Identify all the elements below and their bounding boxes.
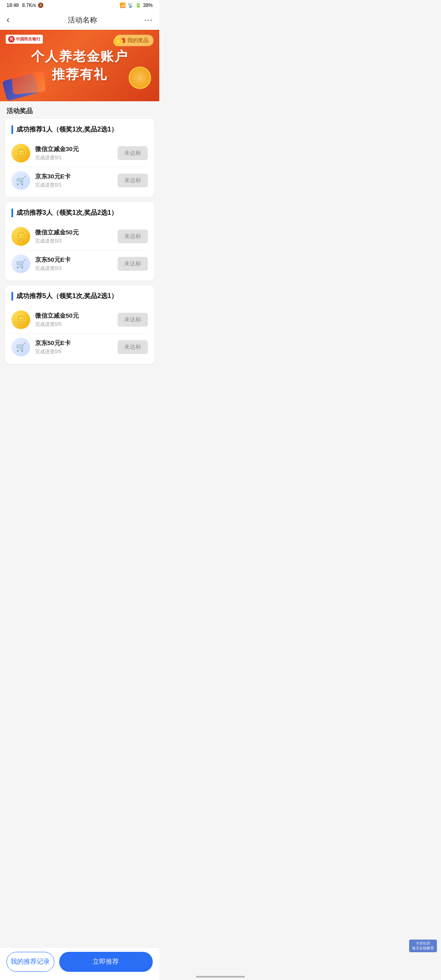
coin-icon: 🪙 — [11, 144, 30, 163]
prize-name-prize1: 微信立减金30元 — [35, 145, 118, 153]
banner-card-deco2 — [11, 71, 46, 95]
status-right: 📶 📡 🔋 38% — [120, 2, 153, 8]
prize-info-prize6: 京东50元E卡完成进度0/5 — [35, 339, 118, 355]
prize-info-prize4: 京东50元E卡完成进度0/3 — [35, 256, 118, 272]
prize-item-prize2: 🛒京东30元E卡完成进度0/1未达标 — [11, 167, 148, 194]
prize-name-prize3: 微信立减金50元 — [35, 229, 118, 236]
prize-item-prize3: 🪙微信立减金50元完成进度0/3未达标 — [11, 223, 148, 250]
coin-icon: 🪙 — [11, 227, 30, 246]
prize-progress-prize3: 完成进度0/3 — [35, 238, 118, 245]
status-left: 18:48 8.7K/s 🔕 — [7, 2, 44, 8]
main-content: 活动奖品 成功推荐1人（领奖1次,奖品2选1）🪙微信立减金30元完成进度0/1未… — [0, 101, 159, 405]
prize-name-prize6: 京东50元E卡 — [35, 339, 118, 347]
prize-progress-prize5: 完成进度0/5 — [35, 321, 118, 328]
more-button[interactable]: ··· — [144, 15, 153, 25]
reward-btn-label: 我的奖品 — [127, 37, 149, 44]
prize-progress-prize4: 完成进度0/3 — [35, 265, 118, 272]
prize-name-prize5: 微信立减金50元 — [35, 312, 118, 320]
prize-group-title-1: 成功推荐1人（领奖1次,奖品2选1） — [11, 125, 148, 134]
prize-card-3: 成功推荐5人（领奖1次,奖品2选1）🪙微信立减金50元完成进度0/5未达标🛒京东… — [5, 285, 154, 364]
wifi-icon: 📡 — [127, 2, 134, 8]
status-network: 8.7K/s — [22, 2, 36, 8]
coin-icon: 🪙 — [11, 310, 30, 329]
prize-info-prize1: 微信立减金30元完成进度0/1 — [35, 145, 118, 161]
status-time: 18:48 — [7, 2, 19, 8]
prize-name-prize4: 京东50元E卡 — [35, 256, 118, 264]
prize-btn-prize4[interactable]: 未达标 — [118, 257, 148, 271]
prize-progress-prize2: 完成进度0/1 — [35, 182, 118, 189]
bank-logo: 民 中国民生银行 — [6, 35, 43, 44]
mute-icon: 🔕 — [38, 2, 44, 8]
prize-btn-prize6[interactable]: 未达标 — [118, 340, 148, 354]
prize-btn-prize1[interactable]: 未达标 — [118, 146, 148, 160]
prize-btn-prize3[interactable]: 未达标 — [118, 229, 148, 243]
prize-item-prize1: 🪙微信立减金30元完成进度0/1未达标 — [11, 140, 148, 167]
banner-coin-deco1 — [114, 37, 122, 46]
prize-card-2: 成功推荐3人（领奖1次,奖品2选1）🪙微信立减金50元完成进度0/3未达标🛒京东… — [5, 202, 154, 281]
status-bar: 18:48 8.7K/s 🔕 📶 📡 🔋 38% — [0, 0, 159, 11]
prize-group-title-3: 成功推荐5人（领奖1次,奖品2选1） — [11, 292, 148, 301]
prize-item-prize6: 🛒京东50元E卡完成进度0/5未达标 — [11, 334, 148, 361]
prize-card-1: 成功推荐1人（领奖1次,奖品2选1）🪙微信立减金30元完成进度0/1未达标🛒京东… — [5, 119, 154, 197]
prize-progress-prize1: 完成进度0/1 — [35, 154, 118, 161]
nav-bar: ‹ 活动名称 ··· — [0, 11, 159, 30]
bank-logo-text: 中国民生银行 — [16, 36, 40, 42]
cart-icon: 🛒 — [11, 171, 30, 190]
bank-logo-icon: 民 — [8, 36, 15, 42]
banner: 民 中国民生银行 🎁 我的奖品 个人养老金账户 推荐有礼 — [0, 30, 159, 101]
section-header: 活动奖品 — [0, 101, 159, 119]
battery-icon: 🔋 — [135, 2, 141, 8]
prize-info-prize2: 京东30元E卡完成进度0/1 — [35, 173, 118, 189]
prize-info-prize5: 微信立减金50元完成进度0/5 — [35, 312, 118, 328]
banner-line1: 个人养老金账户 — [31, 48, 128, 66]
prize-name-prize2: 京东30元E卡 — [35, 173, 118, 180]
battery-level: 38% — [143, 2, 153, 8]
cart-icon: 🛒 — [11, 338, 30, 356]
prize-group-title-2: 成功推荐3人（领奖1次,奖品2选1） — [11, 209, 148, 217]
prize-groups-container: 成功推荐1人（领奖1次,奖品2选1）🪙微信立减金30元完成进度0/1未达标🛒京东… — [0, 119, 159, 364]
prize-btn-prize2[interactable]: 未达标 — [118, 174, 148, 187]
back-button[interactable]: ‹ — [7, 15, 21, 25]
prize-item-prize4: 🛒京东50元E卡完成进度0/3未达标 — [11, 250, 148, 277]
page-title: 活动名称 — [68, 15, 97, 25]
prize-progress-prize6: 完成进度0/5 — [35, 348, 118, 355]
prize-btn-prize5[interactable]: 未达标 — [118, 313, 148, 327]
banner-line2: 推荐有礼 — [31, 66, 128, 84]
banner-coin-deco2 — [129, 67, 151, 89]
cart-icon: 🛒 — [11, 254, 30, 273]
prize-info-prize3: 微信立减金50元完成进度0/3 — [35, 229, 118, 245]
signal-icon: 📶 — [120, 2, 126, 8]
banner-text: 个人养老金账户 推荐有礼 — [31, 48, 128, 84]
prize-item-prize5: 🪙微信立减金50元完成进度0/5未达标 — [11, 306, 148, 334]
